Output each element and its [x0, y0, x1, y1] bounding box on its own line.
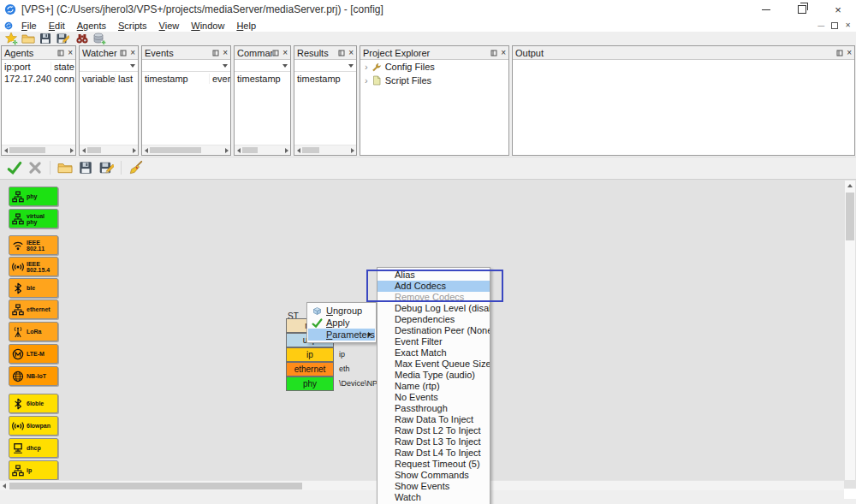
- panel-close-icon[interactable]: ×: [348, 49, 354, 57]
- panel-close-icon[interactable]: ×: [501, 49, 506, 57]
- results-hscrollbar[interactable]: [294, 145, 356, 155]
- new-project-button[interactable]: [4, 32, 18, 45]
- menu-item-ungroup[interactable]: Ungroup: [308, 305, 375, 317]
- palette-item-virtual-phy[interactable]: virtual phy: [9, 209, 58, 228]
- palette-item-lte-m[interactable]: LTE-M: [9, 344, 58, 364]
- open-button[interactable]: [21, 32, 35, 45]
- float-pin-icon[interactable]: [338, 50, 345, 56]
- clean-button[interactable]: [128, 160, 144, 175]
- column-header[interactable]: state: [51, 62, 75, 72]
- menu-item-no-events[interactable]: No Events: [377, 392, 490, 403]
- menu-item-alias[interactable]: Alias: [377, 270, 490, 281]
- menu-item-raw-dst-l3-to-inject[interactable]: Raw Dst L3 To Inject: [377, 436, 490, 448]
- column-header[interactable]: event: [210, 74, 230, 84]
- menu-agents[interactable]: Agents: [71, 21, 112, 31]
- tree-item-config-files[interactable]: › Config Files: [360, 60, 508, 74]
- agents-hscrollbar[interactable]: [2, 145, 75, 155]
- menu-item-watch[interactable]: Watch: [377, 492, 490, 503]
- database-add-button[interactable]: [92, 32, 106, 45]
- vertical-scroll-thumb[interactable]: [846, 193, 854, 240]
- menu-item-show-commands[interactable]: Show Commands: [377, 470, 490, 481]
- panel-close-icon[interactable]: ×: [847, 49, 852, 57]
- menu-item-apply[interactable]: Apply: [308, 317, 375, 329]
- menu-item-dependencies[interactable]: Dependencies: [377, 314, 490, 325]
- events-filter-combobox[interactable]: [142, 60, 230, 72]
- menu-item-raw-data-to-inject[interactable]: Raw Data To Inject: [377, 414, 490, 425]
- palette-item-ip[interactable]: ip: [9, 460, 58, 480]
- menu-item-raw-dst-l2-to-inject[interactable]: Raw Dst L2 To Inject: [377, 425, 490, 436]
- menu-item-max-event-queue-size[interactable]: Max Event Queue Size (100): [377, 359, 490, 370]
- events-hscrollbar[interactable]: [142, 145, 230, 155]
- commands-hscrollbar[interactable]: [235, 145, 290, 155]
- menu-item-raw-dst-l4-to-inject[interactable]: Raw Dst L4 To Inject: [377, 448, 490, 459]
- palette-item-lora[interactable]: LoRa: [9, 322, 58, 341]
- menu-item-debug-log-level[interactable]: Debug Log Level (disabled): [377, 303, 490, 314]
- config-canvas[interactable]: phy virtual phy IEEE 802.11 IEEE 802.15.…: [0, 179, 856, 489]
- save-as-button[interactable]: [56, 32, 69, 45]
- chevron-right-icon[interactable]: ›: [365, 62, 368, 72]
- palette-item-ethernet[interactable]: ethernet: [9, 299, 58, 319]
- menu-item-name[interactable]: Name (rtp): [377, 381, 490, 392]
- menu-item-add-codecs[interactable]: Add Codecs: [377, 281, 490, 292]
- stack-layer-phy[interactable]: phy: [286, 377, 334, 391]
- float-pin-icon[interactable]: [836, 50, 843, 56]
- float-pin-icon[interactable]: [272, 50, 279, 56]
- panel-close-icon[interactable]: ×: [282, 49, 288, 57]
- scroll-left-icon[interactable]: [0, 483, 8, 489]
- menu-view[interactable]: View: [153, 21, 186, 31]
- menu-help[interactable]: Help: [230, 21, 262, 31]
- palette-item-phy[interactable]: phy: [9, 187, 58, 206]
- watcher-hscrollbar[interactable]: [80, 145, 138, 155]
- column-header[interactable]: ip:port: [2, 62, 51, 72]
- scroll-up-icon[interactable]: [847, 181, 853, 191]
- float-pin-icon[interactable]: [212, 50, 219, 56]
- watcher-filter-combobox[interactable]: [80, 60, 138, 72]
- palette-item-dhcp[interactable]: dhcp: [9, 438, 58, 458]
- canvas-vertical-scrollbar[interactable]: [845, 181, 855, 480]
- minimize-button[interactable]: [748, 0, 784, 19]
- column-header[interactable]: timestamp: [294, 74, 356, 84]
- restore-button[interactable]: [784, 0, 820, 19]
- stack-layer-ip[interactable]: ip: [286, 347, 334, 362]
- column-header[interactable]: variable: [80, 74, 116, 84]
- apply-config-button[interactable]: [7, 160, 22, 175]
- panel-close-icon[interactable]: ×: [223, 49, 228, 57]
- close-button[interactable]: ×: [820, 0, 856, 19]
- chevron-right-icon[interactable]: ›: [365, 75, 368, 86]
- save-config-as-button[interactable]: [98, 160, 114, 175]
- float-pin-icon[interactable]: [57, 50, 64, 56]
- panel-close-icon[interactable]: ×: [130, 49, 135, 57]
- column-header[interactable]: last: [116, 74, 138, 84]
- save-config-button[interactable]: [78, 160, 93, 175]
- menu-item-request-timeout[interactable]: Request Timeout (5): [377, 459, 490, 470]
- menu-item-exact-match[interactable]: Exact Match: [377, 347, 490, 359]
- mdi-restore-button[interactable]: [831, 22, 838, 29]
- stack-layer-ethernet[interactable]: ethernet: [286, 362, 334, 377]
- menu-item-event-filter[interactable]: Event Filter: [377, 336, 490, 347]
- palette-item-ieee-802-11[interactable]: IEEE 802.11: [9, 235, 58, 255]
- menu-window[interactable]: Window: [185, 21, 230, 31]
- results-filter-combobox[interactable]: [294, 60, 356, 72]
- menu-item-destination-peer[interactable]: Destination Peer (None): [377, 325, 490, 336]
- menu-item-media-type[interactable]: Media Type (audio): [377, 370, 490, 381]
- palette-item-6loble[interactable]: 6loble: [9, 394, 58, 413]
- palette-item-ble[interactable]: ble: [9, 278, 58, 298]
- float-pin-icon[interactable]: [120, 50, 127, 56]
- mdi-minimize-button[interactable]: —: [817, 22, 824, 29]
- commands-filter-combobox[interactable]: [235, 60, 290, 72]
- palette-item-6lowpan[interactable]: 6lowpan: [9, 416, 58, 436]
- palette-item-nb-iot[interactable]: NB-IoT: [9, 366, 58, 386]
- menu-item-parameters[interactable]: Parameters: [308, 329, 375, 341]
- menu-item-show-events[interactable]: Show Events: [377, 481, 490, 492]
- horizontal-scroll-thumb[interactable]: [9, 483, 302, 489]
- menu-file[interactable]: File: [15, 21, 43, 31]
- find-button[interactable]: [75, 32, 89, 45]
- panel-close-icon[interactable]: ×: [68, 49, 73, 57]
- discard-config-button[interactable]: [27, 160, 43, 175]
- menu-scripts[interactable]: Scripts: [112, 21, 153, 31]
- open-config-button[interactable]: [57, 160, 73, 175]
- save-button[interactable]: [39, 32, 52, 45]
- menu-edit[interactable]: Edit: [43, 21, 71, 31]
- agent-row[interactable]: 172.17.240.1:21... conn: [2, 73, 75, 85]
- float-pin-icon[interactable]: [490, 50, 497, 56]
